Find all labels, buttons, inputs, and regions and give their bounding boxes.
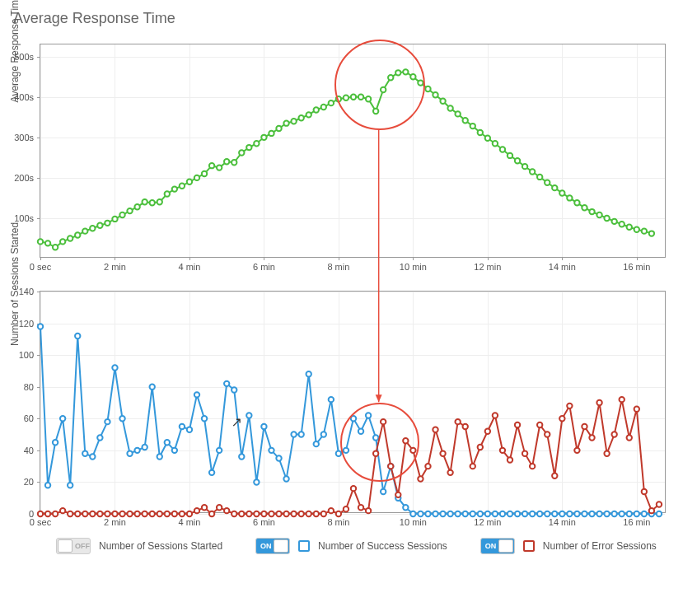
data-point[interactable] xyxy=(410,511,415,516)
data-point[interactable] xyxy=(545,432,550,436)
data-point[interactable] xyxy=(187,511,192,516)
data-point[interactable] xyxy=(276,511,281,516)
data-point[interactable] xyxy=(119,416,124,421)
data-point[interactable] xyxy=(298,511,303,516)
data-point[interactable] xyxy=(425,511,430,516)
data-point[interactable] xyxy=(657,511,662,516)
data-point[interactable] xyxy=(508,511,512,516)
data-point[interactable] xyxy=(537,511,542,516)
data-point[interactable] xyxy=(447,511,452,516)
data-point[interactable] xyxy=(642,228,647,233)
data-point[interactable] xyxy=(508,153,512,158)
data-point[interactable] xyxy=(53,511,58,516)
data-point[interactable] xyxy=(321,511,326,516)
data-point[interactable] xyxy=(358,505,363,510)
data-point[interactable] xyxy=(620,397,624,402)
data-point[interactable] xyxy=(202,171,207,176)
data-point[interactable] xyxy=(604,451,609,456)
data-point[interactable] xyxy=(627,225,632,230)
data-point[interactable] xyxy=(366,96,371,101)
data-point[interactable] xyxy=(455,111,460,116)
data-point[interactable] xyxy=(261,424,266,429)
data-point[interactable] xyxy=(373,451,378,456)
data-point[interactable] xyxy=(60,416,65,421)
data-point[interactable] xyxy=(239,454,244,459)
data-point[interactable] xyxy=(283,476,288,481)
data-point[interactable] xyxy=(410,74,415,79)
data-point[interactable] xyxy=(649,231,654,236)
data-point[interactable] xyxy=(180,424,185,429)
data-point[interactable] xyxy=(351,486,356,491)
data-point[interactable] xyxy=(589,511,594,516)
data-point[interactable] xyxy=(604,511,609,516)
data-point[interactable] xyxy=(224,381,229,386)
data-point[interactable] xyxy=(38,239,43,244)
data-point[interactable] xyxy=(351,416,356,421)
data-point[interactable] xyxy=(559,416,564,421)
data-point[interactable] xyxy=(254,141,259,146)
data-point[interactable] xyxy=(239,511,244,516)
data-point[interactable] xyxy=(381,419,386,424)
data-point[interactable] xyxy=(596,212,601,217)
data-point[interactable] xyxy=(306,511,311,516)
data-point[interactable] xyxy=(314,441,319,446)
data-point[interactable] xyxy=(283,511,288,516)
data-point[interactable] xyxy=(351,95,356,100)
data-point[interactable] xyxy=(366,508,371,513)
data-point[interactable] xyxy=(410,448,415,453)
data-point[interactable] xyxy=(209,470,214,475)
data-point[interactable] xyxy=(180,183,185,188)
data-point[interactable] xyxy=(157,454,162,459)
data-point[interactable] xyxy=(358,429,363,434)
data-point[interactable] xyxy=(165,440,170,445)
data-point[interactable] xyxy=(433,92,437,97)
data-point[interactable] xyxy=(395,70,400,75)
data-point[interactable] xyxy=(455,419,460,424)
data-point[interactable] xyxy=(239,150,244,155)
data-point[interactable] xyxy=(90,226,95,231)
data-point[interactable] xyxy=(642,489,647,494)
data-point[interactable] xyxy=(470,124,475,128)
data-point[interactable] xyxy=(493,511,498,516)
data-point[interactable] xyxy=(224,508,229,513)
data-point[interactable] xyxy=(291,119,296,124)
data-point[interactable] xyxy=(470,464,475,469)
data-point[interactable] xyxy=(611,511,616,516)
data-point[interactable] xyxy=(447,105,452,110)
data-point[interactable] xyxy=(373,109,378,114)
data-point[interactable] xyxy=(433,427,437,432)
data-point[interactable] xyxy=(142,445,147,450)
data-point[interactable] xyxy=(150,511,155,516)
data-point[interactable] xyxy=(395,492,400,497)
data-point[interactable] xyxy=(68,483,73,488)
data-point[interactable] xyxy=(60,239,65,244)
data-point[interactable] xyxy=(217,505,222,510)
data-point[interactable] xyxy=(134,448,139,453)
data-point[interactable] xyxy=(500,448,505,453)
data-point[interactable] xyxy=(500,147,505,152)
data-point[interactable] xyxy=(261,135,266,140)
data-point[interactable] xyxy=(194,508,199,513)
data-point[interactable] xyxy=(403,69,408,74)
data-point[interactable] xyxy=(127,208,132,213)
data-point[interactable] xyxy=(202,505,207,510)
data-point[interactable] xyxy=(403,438,408,443)
data-point[interactable] xyxy=(545,511,550,516)
data-point[interactable] xyxy=(38,324,43,329)
data-point[interactable] xyxy=(150,200,155,205)
data-point[interactable] xyxy=(90,454,95,459)
data-point[interactable] xyxy=(403,505,408,510)
data-point[interactable] xyxy=(232,160,236,165)
data-point[interactable] xyxy=(440,451,445,456)
data-point[interactable] xyxy=(150,385,155,390)
toggle-sessions-started[interactable]: OFF xyxy=(56,538,91,554)
data-point[interactable] xyxy=(53,440,58,445)
data-point[interactable] xyxy=(567,195,572,200)
data-point[interactable] xyxy=(634,511,639,516)
data-point[interactable] xyxy=(537,422,542,427)
data-point[interactable] xyxy=(97,223,102,228)
data-point[interactable] xyxy=(45,240,50,245)
data-point[interactable] xyxy=(306,371,311,376)
data-point[interactable] xyxy=(157,511,162,516)
data-point[interactable] xyxy=(329,508,334,513)
